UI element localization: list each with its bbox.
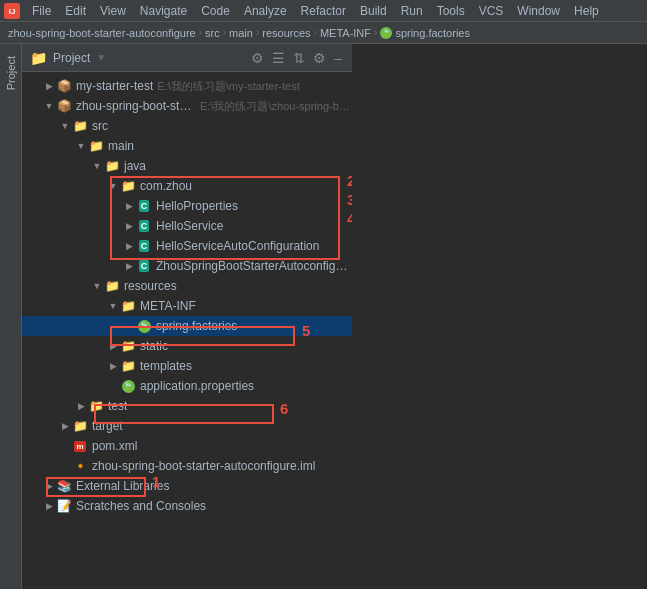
tree-item-resources[interactable]: ▼📁resources <box>22 276 352 296</box>
menu-run[interactable]: Run <box>395 2 429 20</box>
panel-close-icon[interactable]: – <box>332 48 344 68</box>
tree-arrow-HelloService[interactable]: ▶ <box>122 221 136 231</box>
panel-chevron-icon[interactable]: ▼ <box>96 52 106 63</box>
tree-item-spring.factories[interactable]: 🍃spring.factories <box>22 316 352 336</box>
tree-label-ZhouSpringBootStarterAutoconfigureApplication: ZhouSpringBootStarterAutoconfigureApplic… <box>156 259 352 273</box>
tree-item-static[interactable]: ▶📁static <box>22 336 352 356</box>
tree-icon-HelloServiceAutoConfiguration: C <box>136 238 152 254</box>
tree-item-HelloServiceAutoConfiguration[interactable]: ▶CHelloServiceAutoConfiguration <box>22 236 352 256</box>
tree-item-application.properties[interactable]: 🍃application.properties <box>22 376 352 396</box>
tree-item-HelloProperties[interactable]: ▶CHelloProperties <box>22 196 352 216</box>
tree-arrow-java[interactable]: ▼ <box>90 161 104 171</box>
breadcrumb: zhou-spring-boot-starter-autoconfigure ›… <box>0 22 647 44</box>
menu-tools[interactable]: Tools <box>431 2 471 20</box>
tree-arrow-target[interactable]: ▶ <box>58 421 72 431</box>
tree-label-external-libraries: External Libraries <box>76 479 169 493</box>
sidebar-tab-strip: Project <box>0 44 22 589</box>
tree-item-autoconfigure.iml[interactable]: 🔸zhou-spring-boot-starter-autoconfigure.… <box>22 456 352 476</box>
menu-items: File Edit View Navigate Code Analyze Ref… <box>26 2 605 20</box>
tree-item-src[interactable]: ▼📁src <box>22 116 352 136</box>
menu-analyze[interactable]: Analyze <box>238 2 293 20</box>
breadcrumb-metainf[interactable]: META-INF <box>320 27 371 39</box>
tree-arrow-META-INF[interactable]: ▼ <box>106 301 120 311</box>
tree-arrow-HelloServiceAutoConfiguration[interactable]: ▶ <box>122 241 136 251</box>
tree-arrow-scratches[interactable]: ▶ <box>42 501 56 511</box>
tree-item-pom.xml[interactable]: mpom.xml <box>22 436 352 456</box>
tree-item-META-INF[interactable]: ▼📁META-INF <box>22 296 352 316</box>
menu-file[interactable]: File <box>26 2 57 20</box>
editor-area <box>352 44 647 589</box>
tree-item-target[interactable]: ▶📁target <box>22 416 352 436</box>
tree-label-autoconfigure.iml: zhou-spring-boot-starter-autoconfigure.i… <box>92 459 315 473</box>
tree-item-templates[interactable]: ▶📁templates <box>22 356 352 376</box>
menu-refactor[interactable]: Refactor <box>295 2 352 20</box>
tree-item-com.zhou[interactable]: ▼📁com.zhou <box>22 176 352 196</box>
tree-label-scratches: Scratches and Consoles <box>76 499 206 513</box>
tree-arrow-HelloProperties[interactable]: ▶ <box>122 201 136 211</box>
menu-vcs[interactable]: VCS <box>473 2 510 20</box>
tree-arrow-main[interactable]: ▼ <box>74 141 88 151</box>
tree-icon-templates: 📁 <box>120 358 136 374</box>
tree-arrow-test[interactable]: ▶ <box>74 401 88 411</box>
panel-title: Project <box>53 51 90 65</box>
tree-arrow-static[interactable]: ▶ <box>106 341 120 351</box>
tree-label-static: static <box>140 339 168 353</box>
tree-icon-spring.factories: 🍃 <box>136 318 152 334</box>
tree-item-HelloService[interactable]: ▶CHelloService <box>22 216 352 236</box>
breadcrumb-file: 🍃 spring.factories <box>380 27 470 39</box>
tree-item-scratches[interactable]: ▶📝Scratches and Consoles <box>22 496 352 516</box>
tree-icon-static: 📁 <box>120 338 136 354</box>
panel-list-icon[interactable]: ☰ <box>270 48 287 68</box>
tree-detail-my-starter-test: E:\我的练习题\my-starter-test <box>157 79 299 94</box>
tree-item-test[interactable]: ▶📁test <box>22 396 352 416</box>
menu-navigate[interactable]: Navigate <box>134 2 193 20</box>
tree-icon-test: 📁 <box>88 398 104 414</box>
breadcrumb-resources[interactable]: resources <box>262 27 310 39</box>
tree-label-main: main <box>108 139 134 153</box>
tree-item-main[interactable]: ▼📁main <box>22 136 352 156</box>
tree-icon-java: 📁 <box>104 158 120 174</box>
tree-item-external-libraries[interactable]: ▶📚External Libraries <box>22 476 352 496</box>
menu-view[interactable]: View <box>94 2 132 20</box>
breadcrumb-project[interactable]: zhou-spring-boot-starter-autoconfigure <box>8 27 196 39</box>
tree-arrow-templates[interactable]: ▶ <box>106 361 120 371</box>
sep5: › <box>374 27 377 38</box>
tree-label-META-INF: META-INF <box>140 299 196 313</box>
menu-help[interactable]: Help <box>568 2 605 20</box>
tree-arrow-resources[interactable]: ▼ <box>90 281 104 291</box>
tree-item-my-starter-test[interactable]: ▶📦my-starter-testE:\我的练习题\my-starter-tes… <box>22 76 352 96</box>
tree-icon-META-INF: 📁 <box>120 298 136 314</box>
project-tab-label[interactable]: Project <box>3 52 19 94</box>
menu-window[interactable]: Window <box>511 2 566 20</box>
tree-arrow-ZhouSpringBootStarterAutoconfigureApplication[interactable]: ▶ <box>122 261 136 271</box>
tree-arrow-external-libraries[interactable]: ▶ <box>42 481 56 491</box>
menu-build[interactable]: Build <box>354 2 393 20</box>
tree-arrow-src[interactable]: ▼ <box>58 121 72 131</box>
tree-arrow-autoconfigure[interactable]: ▼ <box>42 101 56 111</box>
tree-item-autoconfigure[interactable]: ▼📦zhou-spring-boot-starter-autoconfigure… <box>22 96 352 116</box>
tree-icon-my-starter-test: 📦 <box>56 78 72 94</box>
tree-icon-external-libraries: 📚 <box>56 478 72 494</box>
menubar: IJ File Edit View Navigate Code Analyze … <box>0 0 647 22</box>
tree-item-ZhouSpringBootStarterAutoconfigureApplication[interactable]: ▶CZhouSpringBootStarterAutoconfigureAppl… <box>22 256 352 276</box>
tree-item-java[interactable]: ▼📁java <box>22 156 352 176</box>
tree-label-HelloServiceAutoConfiguration: HelloServiceAutoConfiguration <box>156 239 319 253</box>
breadcrumb-main[interactable]: main <box>229 27 253 39</box>
tree-arrow-my-starter-test[interactable]: ▶ <box>42 81 56 91</box>
menu-edit[interactable]: Edit <box>59 2 92 20</box>
spring-factories-breadcrumb-icon: 🍃 <box>380 27 392 39</box>
tree-icon-pom.xml: m <box>72 438 88 454</box>
tree-label-com.zhou: com.zhou <box>140 179 192 193</box>
tree-label-src: src <box>92 119 108 133</box>
tree-icon-src: 📁 <box>72 118 88 134</box>
panel-sort-icon[interactable]: ⇅ <box>291 48 307 68</box>
project-tree[interactable]: ▶📦my-starter-testE:\我的练习题\my-starter-tes… <box>22 72 352 589</box>
menu-code[interactable]: Code <box>195 2 236 20</box>
panel-gear-icon[interactable]: ⚙ <box>249 48 266 68</box>
main-area: Project 📁 Project ▼ ⚙ ☰ ⇅ ⚙ – ▶📦my-start… <box>0 44 647 589</box>
tree-arrow-com.zhou[interactable]: ▼ <box>106 181 120 191</box>
tree-label-spring.factories: spring.factories <box>156 319 237 333</box>
panel-settings-icon[interactable]: ⚙ <box>311 48 328 68</box>
tree-icon-target: 📁 <box>72 418 88 434</box>
breadcrumb-src[interactable]: src <box>205 27 220 39</box>
